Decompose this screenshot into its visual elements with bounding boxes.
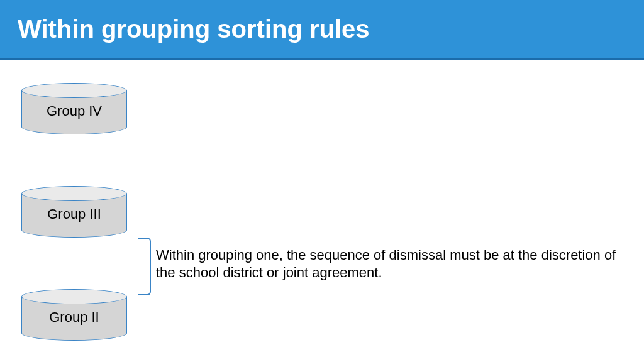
cylinder-stack: Group IV Group III Group II Group I bbox=[21, 83, 127, 295]
slide-header: Within grouping sorting rules bbox=[0, 0, 644, 60]
slide-content: Group IV Group III Group II Group I With… bbox=[0, 60, 644, 362]
cylinder-group-ii: Group II bbox=[21, 289, 127, 341]
cylinder-top-ellipse bbox=[21, 83, 127, 98]
cylinder-top-ellipse bbox=[21, 289, 127, 304]
cylinder-top-ellipse bbox=[21, 186, 127, 201]
callout-bracket-icon bbox=[138, 238, 151, 295]
slide-title: Within grouping sorting rules bbox=[18, 15, 370, 43]
callout-text: Within grouping one, the sequence of dis… bbox=[156, 246, 621, 282]
cylinder-group-iv: Group IV bbox=[21, 83, 127, 134]
cylinder-group-iii: Group III bbox=[21, 186, 127, 238]
